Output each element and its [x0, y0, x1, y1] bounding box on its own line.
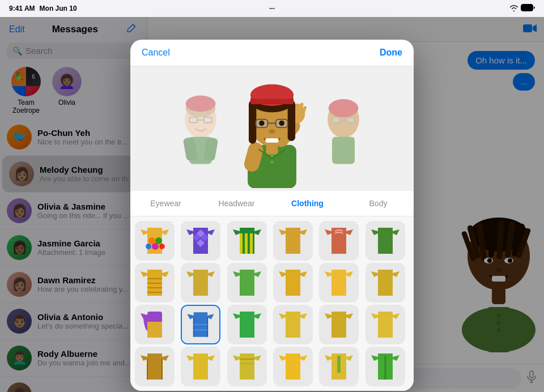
clothing-item-16[interactable]: [273, 305, 313, 344]
modal-preview-area: [130, 66, 414, 191]
modal-cancel-button[interactable]: Cancel: [142, 48, 170, 58]
clothing-item-22[interactable]: [273, 347, 313, 386]
clothing-item-13[interactable]: [135, 305, 175, 344]
main-layout: Edit Messages 🔍 Search �: [0, 17, 544, 392]
svg-rect-79: [240, 233, 243, 254]
clothing-item-5[interactable]: [319, 221, 359, 261]
tab-clothing[interactable]: Clothing: [272, 195, 343, 211]
wifi-icon: [509, 5, 518, 13]
clothing-item-7[interactable]: [135, 263, 175, 302]
clothing-item-19[interactable]: [135, 347, 175, 386]
memoji-editor-modal: Cancel Done: [130, 40, 414, 391]
svg-rect-116: [337, 356, 341, 373]
status-bar-center: ···: [269, 5, 275, 12]
clothing-item-14[interactable]: [181, 305, 220, 344]
svg-rect-57: [266, 138, 279, 143]
clothing-item-21[interactable]: [227, 347, 267, 386]
modal-header: Cancel Done: [130, 40, 414, 66]
svg-point-69: [155, 237, 162, 244]
svg-rect-58: [266, 144, 278, 155]
svg-point-70: [152, 243, 159, 250]
svg-rect-80: [245, 233, 248, 254]
clothing-item-9[interactable]: [227, 263, 267, 302]
status-bar: 9:41 AM Mon Jun 10 ···: [0, 0, 544, 17]
svg-point-60: [270, 160, 274, 164]
svg-rect-66: [332, 137, 355, 164]
svg-rect-1: [522, 5, 532, 10]
status-day: Mon Jun 10: [40, 5, 77, 12]
clothing-item-4[interactable]: [273, 221, 313, 261]
modal-done-button[interactable]: Done: [380, 48, 402, 58]
tab-headwear[interactable]: Headwear: [201, 195, 272, 211]
status-bar-right: [509, 4, 535, 13]
clothing-item-24[interactable]: [366, 347, 405, 386]
svg-point-55: [279, 121, 284, 126]
svg-rect-48: [288, 100, 295, 141]
clothing-item-15[interactable]: [227, 305, 267, 344]
clothing-item-1[interactable]: [135, 221, 175, 261]
category-tabs: Eyewear Headwear Clothing Body: [130, 191, 414, 216]
tab-eyewear[interactable]: Eyewear: [130, 195, 201, 211]
preview-memoji-center: [235, 72, 309, 185]
svg-rect-40: [295, 104, 299, 113]
svg-point-33: [186, 96, 216, 112]
svg-rect-30: [189, 117, 197, 123]
svg-rect-81: [250, 233, 253, 254]
clothing-item-2[interactable]: [181, 221, 220, 261]
modal-overlay: Cancel Done: [0, 17, 544, 392]
clothing-item-20[interactable]: [181, 347, 220, 386]
clothing-item-3[interactable]: [227, 221, 267, 261]
svg-rect-50: [250, 99, 294, 105]
svg-point-72: [159, 244, 165, 249]
clothing-item-10[interactable]: [273, 263, 313, 302]
clothing-item-12[interactable]: [366, 263, 405, 302]
svg-point-62: [329, 99, 359, 117]
svg-rect-64: [347, 117, 355, 123]
status-dots: ···: [269, 5, 275, 12]
svg-point-54: [259, 121, 265, 126]
svg-rect-63: [332, 117, 340, 123]
preview-memoji-right: [318, 80, 369, 177]
svg-rect-47: [249, 100, 256, 143]
svg-point-71: [146, 244, 151, 249]
clothing-item-17[interactable]: [319, 305, 359, 344]
status-time: 9:41 AM: [9, 5, 35, 12]
battery-icon: [521, 4, 535, 13]
clothing-grid: [130, 216, 414, 391]
clothing-item-8[interactable]: [181, 263, 220, 302]
tab-body[interactable]: Body: [343, 195, 414, 211]
clothing-item-18[interactable]: [366, 305, 405, 344]
clothing-item-11[interactable]: [319, 263, 359, 302]
clothing-item-23[interactable]: [319, 347, 359, 386]
status-bar-left: 9:41 AM Mon Jun 10: [9, 5, 77, 12]
preview-memoji-left: [175, 80, 226, 177]
svg-point-59: [270, 154, 274, 157]
svg-rect-31: [204, 117, 212, 123]
svg-rect-97: [147, 322, 162, 338]
svg-point-68: [148, 237, 155, 244]
clothing-item-6[interactable]: [366, 221, 405, 261]
ipad-screen: 9:41 AM Mon Jun 10 ···: [0, 0, 544, 392]
svg-point-56: [269, 129, 275, 134]
